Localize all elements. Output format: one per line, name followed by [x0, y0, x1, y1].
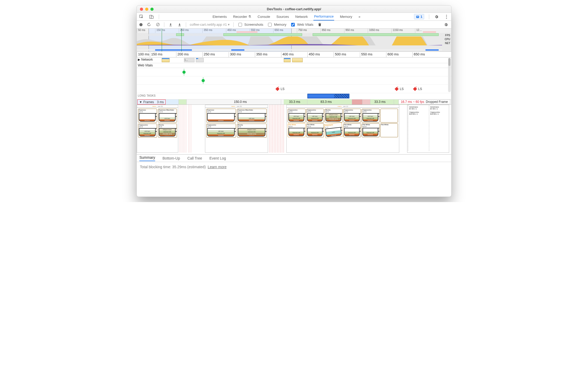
network-request[interactable] — [196, 58, 204, 62]
ruler-tick: 100 ms — [137, 52, 150, 57]
detail-tabs: Summary Bottom-Up Call Tree Event Log — [137, 155, 451, 162]
tab-memory[interactable]: Memory — [339, 13, 353, 20]
overview-lane-labels: FPS CPU NET — [445, 33, 450, 45]
screenshots-checkbox[interactable]: Screenshots — [237, 22, 263, 27]
tooltip-label: Dropped Frame — [426, 100, 448, 104]
screenshot-frame[interactable]: menucart (0) Espresso$10.00espresso Espr… — [137, 105, 178, 153]
clear-icon[interactable] — [155, 22, 160, 27]
longtasks-track[interactable]: LONG TASKS — [137, 93, 451, 99]
tab-network[interactable]: Network — [295, 13, 308, 20]
tab-event-log[interactable]: Event Log — [209, 156, 226, 160]
tab-call-tree[interactable]: Call Tree — [187, 156, 202, 160]
devtools-window: DevTools - coffee-cart.netlify.app/ Elem… — [136, 5, 452, 197]
tab-elements[interactable]: Elements — [212, 13, 227, 20]
network-request[interactable] — [292, 58, 303, 62]
ruler-tick: 300 ms — [229, 52, 255, 57]
cup-macchiato: Espresso Macchiato$12.00milk foamespress… — [158, 109, 177, 123]
ruler-tick: 200 ms — [176, 52, 202, 57]
capture-settings-gear-icon[interactable] — [443, 22, 449, 27]
network-track-header[interactable]: ▶ Network — [138, 58, 153, 61]
network-request[interactable] — [162, 58, 170, 62]
ls-label: LS — [281, 87, 285, 91]
issues-button[interactable]: 1 — [414, 14, 424, 19]
separator — [429, 14, 429, 19]
fps-label: FPS — [445, 33, 450, 37]
ruler-tick: 550 ms — [360, 52, 386, 57]
screenshot-frame[interactable]: Americano$7.00 x 1 Cappuccino$19.00 x 1 … — [407, 105, 449, 153]
cup-espresso: Espresso$10.00espresso — [138, 109, 157, 123]
screenshot-frame[interactable]: menucart (0) Espresso$10.00espresso Espr… — [205, 105, 268, 153]
svg-rect-2 — [151, 16, 153, 18]
tooltip-metric: 16.7 ms ~ 60 fps — [401, 100, 424, 104]
svg-line-10 — [157, 24, 159, 26]
svg-point-8 — [446, 18, 447, 19]
inspect-element-icon[interactable] — [139, 14, 144, 19]
panel-tabs: Elements Recorder⚗ Console Sources Netwo… — [164, 13, 409, 20]
layout-shift-icon[interactable] — [395, 87, 399, 91]
ls-label: LS — [400, 87, 404, 91]
long-frame-indicator — [423, 31, 436, 33]
recording-selector[interactable]: coffee-cart.netlify.app #1 ▾ — [190, 23, 230, 27]
blocking-time-text: Total blocking time: 35.29ms (estimated) — [140, 165, 206, 169]
network-track[interactable]: ▶ Network l… — [137, 57, 451, 63]
download-icon[interactable] — [177, 22, 182, 27]
device-toolbar-icon[interactable] — [149, 14, 154, 19]
memory-checkbox[interactable]: Memory — [267, 22, 286, 27]
filmstrip[interactable]: menucart (0) Espresso$10.00espresso Espr… — [137, 105, 451, 155]
vertical-scrollbar[interactable] — [448, 58, 451, 92]
lcp-marker-icon[interactable] — [202, 79, 205, 82]
webvitals-header-track: Web Vitals — [137, 63, 451, 68]
ruler-tick: 650 ms — [412, 52, 451, 57]
tab-performance[interactable]: Performance — [313, 13, 334, 20]
webvitals-lane-2[interactable] — [137, 76, 451, 85]
ruler-tick: 500 ms — [334, 52, 360, 57]
frames-header[interactable]: ▼ Frames 3 ms 150.0 ms 33.3 ms 83.3 ms 3… — [137, 99, 451, 105]
kebab-menu-icon[interactable] — [444, 14, 449, 19]
layout-shift-icon[interactable] — [275, 87, 280, 91]
ruler-tick: 250 ms — [202, 52, 229, 57]
tab-console[interactable]: Console — [257, 13, 271, 20]
network-request[interactable]: l… — [184, 58, 195, 62]
fps-lane — [137, 33, 442, 36]
network-request[interactable] — [284, 58, 291, 62]
settings-gear-icon[interactable] — [434, 14, 439, 19]
webvitals-checkbox[interactable]: Web Vitals — [290, 22, 313, 27]
long-task-bar[interactable] — [307, 94, 349, 98]
detail-ruler[interactable]: 100 ms 150 ms 200 ms 250 ms 300 ms 350 m… — [137, 52, 451, 57]
tab-more-panels-icon[interactable]: » — [358, 13, 361, 20]
layout-shift-icon[interactable] — [413, 87, 417, 91]
webvitals-track-label: Web Vitals — [138, 64, 153, 67]
record-button[interactable] — [139, 23, 143, 26]
frame-tooltip: 16.7 ms ~ 60 fps Dropped Frame — [398, 99, 450, 104]
trash-icon[interactable] — [317, 22, 322, 27]
frame-duration: 150.0 ms — [234, 100, 247, 104]
frame-duration: 33.3 ms — [289, 100, 300, 104]
ruler-tick: 450 ms — [307, 52, 334, 57]
learn-more-link[interactable]: Learn more — [208, 165, 227, 169]
frame-duration: 33.3 ms — [374, 100, 386, 104]
beaker-icon: ⚗ — [248, 15, 251, 19]
fcp-marker-icon[interactable] — [182, 71, 186, 74]
upload-icon[interactable] — [168, 22, 173, 27]
ls-label: LS — [418, 87, 422, 91]
timeline-overview[interactable]: 50 ms 150 ms 250 ms 350 ms 450 ms 550 ms… — [137, 29, 451, 52]
lcp-marker — [181, 29, 182, 51]
reload-icon[interactable] — [146, 22, 151, 27]
screenshot-frame[interactable]: menucart (1) Cappuccino$19.00milk foamst… — [286, 105, 399, 153]
window-titlebar: DevTools - coffee-cart.netlify.app/ — [137, 6, 451, 13]
webvitals-lane-3[interactable]: LS LS LS — [137, 85, 451, 93]
frames-track-header[interactable]: ▼ Frames 3 ms — [137, 99, 166, 104]
devtools-main-toolbar: Elements Recorder⚗ Console Sources Netwo… — [137, 13, 451, 21]
separator — [233, 22, 234, 27]
ruler-tick: 600 ms — [386, 52, 412, 57]
svg-rect-12 — [178, 26, 181, 26]
separator — [159, 14, 159, 19]
tab-bottom-up[interactable]: Bottom-Up — [162, 156, 180, 160]
tab-sources[interactable]: Sources — [276, 13, 290, 20]
net-label: NET — [445, 41, 450, 45]
webvitals-lane-1[interactable] — [137, 68, 451, 76]
net-lane — [137, 49, 442, 51]
tab-summary[interactable]: Summary — [139, 155, 155, 161]
scrollbar-thumb[interactable] — [448, 58, 450, 66]
tab-recorder[interactable]: Recorder⚗ — [233, 13, 252, 20]
